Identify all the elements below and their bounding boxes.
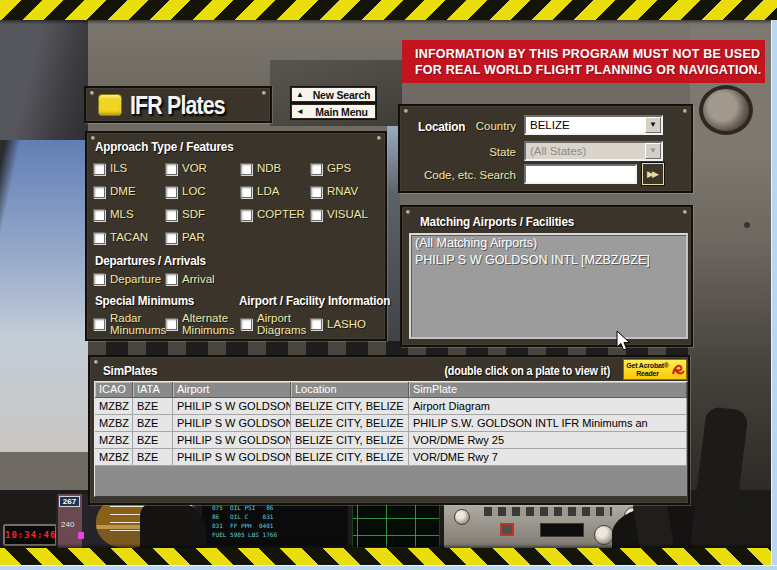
table-cell: MZBZ xyxy=(95,449,133,466)
checkbox-vor[interactable]: VOR xyxy=(165,157,240,180)
table-cell: VOR/DME Rwy 25 xyxy=(409,432,687,449)
mouse-cursor xyxy=(615,330,631,352)
checkbox-label: TACAN xyxy=(110,231,148,243)
table-cell: PHILIP S W GOLDSON IN xyxy=(173,415,291,432)
checkbox-box[interactable] xyxy=(240,318,252,330)
checkbox-box[interactable] xyxy=(93,163,105,175)
search-go-button[interactable]: ▶▶ xyxy=(642,163,664,185)
table-cell: BZE xyxy=(133,415,173,432)
hazard-stripe-top xyxy=(0,0,777,20)
column-header-airport[interactable]: Airport xyxy=(173,382,291,398)
checkbox-box[interactable] xyxy=(310,163,322,175)
airspeed-tick: 240 xyxy=(61,520,74,529)
checkbox-box[interactable] xyxy=(93,232,105,244)
checkbox-ndb[interactable]: NDB xyxy=(240,157,310,180)
list-item[interactable]: PHILIP S W GOLDSON INTL [MZBZ/BZE] xyxy=(411,252,686,269)
table-cell: MZBZ xyxy=(95,398,133,415)
checkbox-box[interactable] xyxy=(310,209,322,221)
column-header-icao[interactable]: ICAO xyxy=(95,382,133,398)
new-search-label: New Search xyxy=(308,89,375,101)
checkbox-box[interactable] xyxy=(240,163,252,175)
checkbox-box[interactable] xyxy=(165,186,177,198)
departures-arrivals-title: Departures / Arrivals xyxy=(95,253,206,268)
table-cell: BELIZE CITY, BELIZE xyxy=(291,449,409,466)
state-select[interactable]: (All States) ▼ xyxy=(524,141,663,161)
simplates-panel: SimPlates (double click on a plate to vi… xyxy=(88,355,690,505)
table-cell: BZE xyxy=(133,432,173,449)
left-yoke xyxy=(140,502,206,550)
departures-checkbox-row: Departure Arrival xyxy=(93,269,385,289)
country-select[interactable]: BELIZE ▼ xyxy=(524,115,663,135)
get-acrobat-reader-badge[interactable]: Get Acrobat® Reader xyxy=(623,359,687,380)
code-search-label: Code, etc. Search xyxy=(404,169,516,181)
checkbox-gps[interactable]: GPS xyxy=(310,157,385,180)
checkbox-alternate-minimums[interactable]: Alternate Minimums xyxy=(165,309,240,339)
checkbox-label: Airport Diagrams xyxy=(257,312,306,337)
checkbox-label: ILS xyxy=(110,162,127,174)
checkbox-lasho[interactable]: LASHO xyxy=(310,309,385,339)
column-header-location[interactable]: Location xyxy=(291,382,409,398)
matching-airports-list[interactable]: (All Matching Airports) PHILIP S W GOLDS… xyxy=(409,233,688,339)
checkbox-box[interactable] xyxy=(165,163,177,175)
checkbox-lda[interactable]: LDA xyxy=(240,180,310,203)
checkbox-box[interactable] xyxy=(93,186,105,198)
checkbox-dme[interactable]: DME xyxy=(93,180,165,203)
radio-red-button xyxy=(500,523,514,536)
checkbox-box[interactable] xyxy=(240,186,252,198)
page-title: IFR Plates xyxy=(130,90,225,121)
checkbox-label: VOR xyxy=(182,162,207,174)
checkbox-box[interactable] xyxy=(165,209,177,221)
chevron-down-icon: ▼ xyxy=(645,143,661,159)
checkbox-departure[interactable]: Departure xyxy=(93,269,165,289)
table-cell: MZBZ xyxy=(95,432,133,449)
new-search-button[interactable]: ▲ New Search xyxy=(291,87,376,102)
checkbox-box[interactable] xyxy=(310,186,322,198)
double-click-hint: (double click on a plate to view it) xyxy=(444,364,610,378)
checkbox-ils[interactable]: ILS xyxy=(93,157,165,180)
checkbox-box[interactable] xyxy=(165,232,177,244)
table-cell: PHILIP S W GOLDSON IN xyxy=(173,449,291,466)
cockpit-left-frame xyxy=(0,0,88,140)
checkbox-label: PAR xyxy=(182,231,205,243)
title-panel: IFR Plates xyxy=(84,86,272,123)
checkbox-box[interactable] xyxy=(310,318,322,330)
checkbox-tacan[interactable]: TACAN xyxy=(93,226,165,249)
checkbox-box[interactable] xyxy=(165,318,177,330)
table-cell: BELIZE CITY, BELIZE xyxy=(291,398,409,415)
table-row[interactable]: MZBZ BZE PHILIP S W GOLDSON IN BELIZE CI… xyxy=(95,432,687,449)
checkbox-label: DME xyxy=(110,185,136,197)
location-panel: Location Country BELIZE ▼ State (All Sta… xyxy=(398,104,693,193)
checkbox-par[interactable]: PAR xyxy=(165,226,240,249)
checkbox-airport-diagrams[interactable]: Airport Diagrams xyxy=(240,309,310,339)
acrobat-badge-line2: Reader xyxy=(636,370,659,377)
checkbox-radar-minimums[interactable]: Radar Minumums xyxy=(93,309,165,339)
main-menu-button[interactable]: ◄ Main Menu xyxy=(291,104,376,119)
table-row[interactable]: MZBZ BZE PHILIP S W GOLDSON IN BELIZE CI… xyxy=(95,398,687,415)
table-row[interactable]: MZBZ BZE PHILIP S W GOLDSON IN BELIZE CI… xyxy=(95,415,687,432)
ifr-plates-app: 10:34:46 267 240 7000 075 OIL PSI 86 86 … xyxy=(0,0,777,570)
checkbox-visual[interactable]: VISUAL xyxy=(310,203,385,226)
checkbox-mls[interactable]: MLS xyxy=(93,203,165,226)
code-search-input[interactable] xyxy=(524,164,637,184)
checkbox-box[interactable] xyxy=(93,209,105,221)
list-item[interactable]: (All Matching Airports) xyxy=(411,235,686,252)
checkbox-box[interactable] xyxy=(93,273,105,285)
checkbox-rnav[interactable]: RNAV xyxy=(310,180,385,203)
acrobat-badge-text: Get Acrobat® Reader xyxy=(624,362,671,377)
column-header-simplate[interactable]: SimPlate xyxy=(409,382,687,398)
chevron-down-icon[interactable]: ▼ xyxy=(645,117,661,133)
country-label: Country xyxy=(404,120,516,132)
checkbox-box[interactable] xyxy=(240,209,252,221)
column-header-iata[interactable]: IATA xyxy=(133,382,173,398)
checkbox-loc[interactable]: LOC xyxy=(165,180,240,203)
checkbox-arrival[interactable]: Arrival xyxy=(165,269,240,289)
checkbox-box[interactable] xyxy=(165,273,177,285)
speed-bug xyxy=(78,532,84,539)
checkbox-copter[interactable]: COPTER xyxy=(240,203,310,226)
state-value: (All States) xyxy=(526,143,645,159)
simplates-table[interactable]: ICAO IATA Airport Location SimPlate MZBZ… xyxy=(94,381,688,497)
checkbox-sdf[interactable]: SDF xyxy=(165,203,240,226)
state-label: State xyxy=(404,146,516,158)
checkbox-box[interactable] xyxy=(93,318,105,330)
table-row[interactable]: MZBZ BZE PHILIP S W GOLDSON IN BELIZE CI… xyxy=(95,449,687,466)
